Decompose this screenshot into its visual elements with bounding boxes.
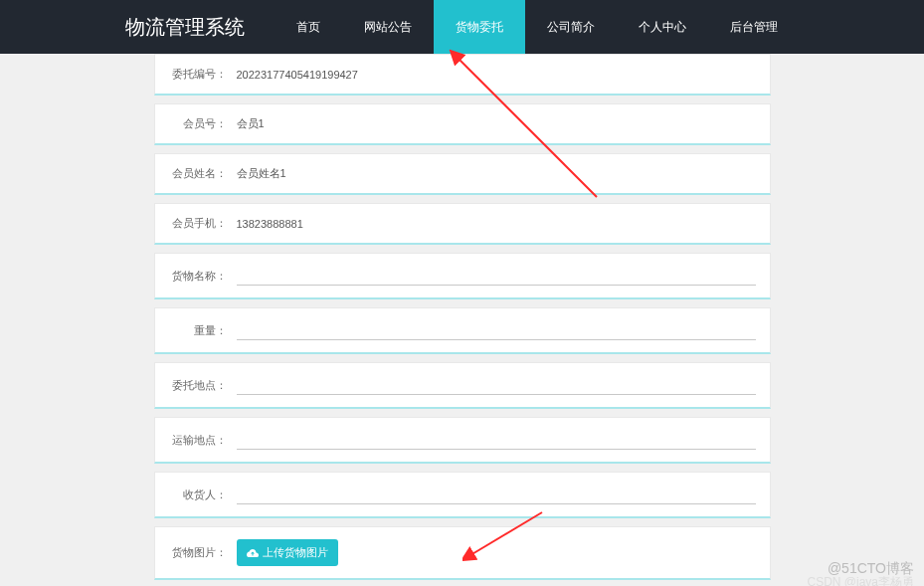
top-header: 物流管理系统 首页 网站公告 货物委托 公司简介 个人中心 后台管理 bbox=[0, 0, 924, 54]
input-goods-name[interactable] bbox=[237, 266, 756, 286]
label-goods-image: 货物图片： bbox=[169, 545, 227, 560]
row-goods-name: 货物名称： bbox=[154, 253, 771, 299]
row-member-no: 会员号： bbox=[154, 103, 771, 145]
label-transport-place: 运输地点： bbox=[169, 433, 227, 448]
nav-cargo-entrust[interactable]: 货物委托 bbox=[434, 0, 525, 54]
row-entrust-place: 委托地点： bbox=[154, 362, 771, 409]
input-member-no[interactable] bbox=[237, 118, 756, 130]
form-container: 委托编号： 会员号： 会员姓名： 会员手机： 货物名称： 重量： 委托地点： 运… bbox=[154, 54, 771, 586]
brand-title: 物流管理系统 bbox=[125, 14, 245, 41]
nav-home[interactable]: 首页 bbox=[275, 0, 342, 54]
label-consignee: 收货人： bbox=[169, 488, 227, 502]
input-member-name[interactable] bbox=[237, 168, 756, 180]
row-member-phone: 会员手机： bbox=[154, 203, 771, 245]
row-goods-image: 货物图片： 上传货物图片 bbox=[154, 526, 771, 580]
label-entrust-place: 委托地点： bbox=[169, 378, 227, 393]
nav-announcement[interactable]: 网站公告 bbox=[342, 0, 434, 54]
input-transport-place[interactable] bbox=[237, 430, 756, 450]
row-order-no: 委托编号： bbox=[154, 54, 771, 96]
label-member-phone: 会员手机： bbox=[169, 216, 227, 231]
input-weight[interactable] bbox=[237, 320, 756, 340]
row-consignee: 收货人： bbox=[154, 472, 771, 518]
label-order-no: 委托编号： bbox=[169, 67, 227, 82]
label-goods-name: 货物名称： bbox=[169, 269, 227, 284]
row-member-name: 会员姓名： bbox=[154, 153, 771, 195]
main-nav: 首页 网站公告 货物委托 公司简介 个人中心 后台管理 bbox=[275, 0, 800, 54]
upload-button-label: 上传货物图片 bbox=[263, 545, 328, 560]
cloud-upload-icon bbox=[247, 547, 259, 559]
input-member-phone[interactable] bbox=[237, 218, 756, 230]
label-member-name: 会员姓名： bbox=[169, 166, 227, 181]
nav-company[interactable]: 公司简介 bbox=[525, 0, 617, 54]
input-consignee[interactable] bbox=[237, 485, 756, 504]
input-entrust-place[interactable] bbox=[237, 375, 756, 395]
label-member-no: 会员号： bbox=[169, 116, 227, 131]
upload-image-button[interactable]: 上传货物图片 bbox=[237, 539, 338, 566]
row-weight: 重量： bbox=[154, 307, 771, 354]
watermark-text-2: CSDN @java李杨勇 bbox=[807, 574, 914, 586]
input-order-no[interactable] bbox=[237, 69, 756, 81]
nav-personal[interactable]: 个人中心 bbox=[617, 0, 708, 54]
nav-admin[interactable]: 后台管理 bbox=[708, 0, 800, 54]
row-transport-place: 运输地点： bbox=[154, 417, 771, 464]
label-weight: 重量： bbox=[169, 323, 227, 338]
